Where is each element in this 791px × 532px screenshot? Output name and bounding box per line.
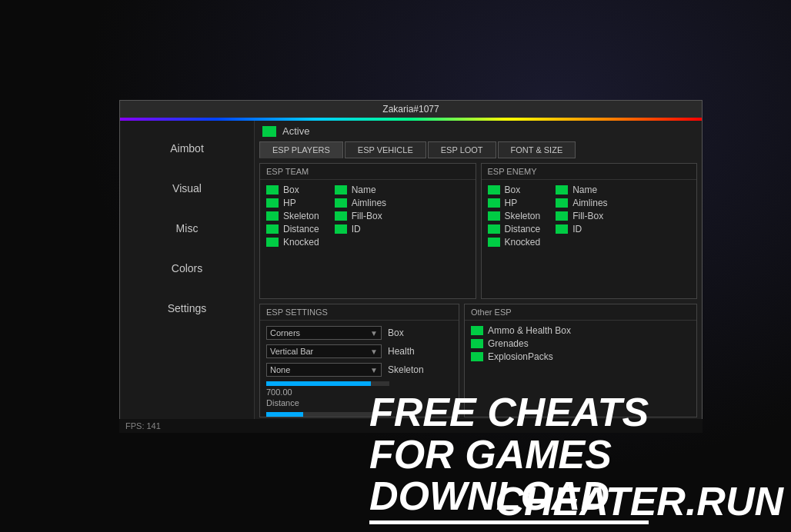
list-item: Fill-Box [335, 211, 386, 221]
skeleton-label: Skeleton [388, 364, 424, 375]
sidebar-item-settings[interactable]: Settings [120, 288, 254, 328]
top-panels: ESP TEAM Box HP [255, 163, 702, 299]
esp-team-right: Name Aimlines Fill-Box [335, 185, 386, 248]
enemy-checkbox-id[interactable] [556, 224, 568, 234]
sidebar-item-aimbot[interactable]: Aimbot [120, 128, 254, 168]
tab-font-size[interactable]: FONT & SIZE [498, 141, 576, 158]
list-item: Skeleton [488, 211, 541, 221]
ammo-checkbox[interactable] [471, 326, 483, 335]
other-esp-content: Ammo & Health Box Grenades ExplosionPack… [465, 321, 696, 367]
content-area: Active ESP PLAYERS ESP VEHICLE ESP LOOT … [255, 121, 702, 422]
tab-esp-players[interactable]: ESP PLAYERS [259, 141, 343, 158]
enemy-checkbox-distance[interactable] [488, 224, 500, 234]
none-dropdown[interactable]: None ▼ [266, 363, 382, 377]
explosion-checkbox[interactable] [471, 352, 483, 361]
sidebar-item-visual[interactable]: Visual [120, 168, 254, 208]
esp-enemy-panel: ESP ENEMY Box HP [481, 163, 698, 299]
corners-row: Corners ▼ Box [260, 324, 459, 342]
sidebar-item-colors[interactable]: Colors [120, 248, 254, 288]
enemy-checkbox-fillbox[interactable] [556, 211, 568, 221]
checkbox-fillbox[interactable] [335, 211, 347, 221]
filled-slider[interactable] [266, 412, 389, 417]
tab-esp-vehicle[interactable]: ESP VEHICLE [345, 141, 426, 158]
checkbox-id[interactable] [335, 224, 347, 234]
list-item: Knocked [488, 237, 541, 248]
vertical-bar-value: Vertical Bar [270, 347, 313, 356]
esp-team-content: Box HP Skeleton [260, 180, 476, 252]
other-esp-panel: Other ESP Ammo & Health Box Grenades [464, 304, 697, 417]
grenades-checkbox[interactable] [471, 339, 483, 348]
enemy-checkbox-box[interactable] [488, 185, 500, 195]
esp-enemy-cols: Box HP Skeleton [488, 185, 691, 248]
list-item: ExplosionPacks [471, 351, 690, 362]
window-title: Zakaria#1077 [382, 104, 439, 115]
enemy-checkbox-aimlines[interactable] [556, 198, 568, 208]
other-esp-title: Other ESP [465, 304, 696, 321]
checkbox-name[interactable] [335, 185, 347, 195]
corners-value: Corners [270, 328, 300, 337]
list-item: Aimlines [335, 198, 386, 208]
enemy-checkbox-name[interactable] [556, 185, 568, 195]
esp-enemy-title: ESP ENEMY [482, 164, 697, 180]
esp-team-title: ESP TEAM [260, 164, 476, 180]
list-item: Ammo & Health Box [471, 325, 690, 336]
list-item: Aimlines [556, 198, 607, 208]
list-item: Distance [488, 224, 541, 234]
sidebar-item-misc[interactable]: Misc [120, 208, 254, 248]
corners-dropdown[interactable]: Corners ▼ [266, 326, 382, 340]
checkbox-box[interactable] [266, 185, 279, 195]
bottom-panels: ESP SETTINGS Corners ▼ Box Vertical Bar [255, 299, 702, 422]
list-item: HP [488, 198, 541, 208]
distance-label: Distance [266, 398, 452, 407]
list-item: Box [266, 185, 319, 195]
checkbox-knocked[interactable] [266, 238, 279, 247]
sidebar: Aimbot Visual Misc Colors Settings [120, 121, 255, 422]
main-window: Zakaria#1077 Aimbot Visual Misc Colors S… [119, 100, 703, 423]
esp-team-cols: Box HP Skeleton [266, 185, 469, 248]
list-item: HP [266, 198, 319, 208]
title-bar: Zakaria#1077 [120, 101, 702, 118]
vertical-bar-dropdown[interactable]: Vertical Bar ▼ [266, 344, 382, 358]
list-item: Name [556, 185, 607, 195]
distance-slider-row: 700.00 Distance [260, 379, 459, 410]
distance-slider[interactable] [266, 381, 389, 386]
checkbox-skeleton[interactable] [266, 211, 279, 221]
dropdown-arrow-1: ▼ [370, 329, 378, 337]
esp-enemy-content: Box HP Skeleton [482, 180, 697, 252]
enemy-checkbox-hp[interactable] [488, 198, 500, 208]
list-item: ID [335, 224, 386, 234]
active-checkbox[interactable] [262, 126, 276, 137]
list-item: Box [488, 185, 541, 195]
distance-fill [266, 381, 371, 386]
checkbox-distance[interactable] [266, 224, 279, 234]
enemy-checkbox-knocked[interactable] [488, 238, 500, 247]
dropdown-arrow-2: ▼ [370, 347, 378, 356]
esp-team-left: Box HP Skeleton [266, 185, 319, 248]
esp-settings-title: ESP SETTINGS [260, 304, 459, 321]
list-item: Name [335, 185, 386, 195]
esp-enemy-right: Name Aimlines Fill-Box [556, 185, 607, 248]
list-item: ID [556, 224, 607, 234]
list-item: Distance [266, 224, 319, 234]
active-row: Active [255, 121, 702, 141]
checkbox-aimlines[interactable] [335, 198, 347, 208]
list-item: Knocked [266, 237, 319, 248]
esp-settings-content: Corners ▼ Box Vertical Bar ▼ Health [260, 321, 459, 422]
none-row: None ▼ Skeleton [260, 361, 459, 379]
enemy-checkbox-skeleton[interactable] [488, 211, 500, 221]
checkbox-hp[interactable] [266, 198, 279, 208]
tabs-row: ESP PLAYERS ESP VEHICLE ESP LOOT FONT & … [255, 141, 702, 163]
list-item: Fill-Box [556, 211, 607, 221]
vertical-bar-row: Vertical Bar ▼ Health [260, 342, 459, 361]
health-label: Health [388, 346, 415, 357]
esp-settings-panel: ESP SETTINGS Corners ▼ Box Vertical Bar [259, 304, 459, 417]
distance-value: 700.00 [266, 387, 452, 397]
list-item: Grenades [471, 338, 690, 349]
window-body: Aimbot Visual Misc Colors Settings Activ… [120, 121, 702, 422]
active-label: Active [282, 125, 309, 137]
filled-fill [266, 412, 303, 417]
list-item: Skeleton [266, 211, 319, 221]
tab-esp-loot[interactable]: ESP LOOT [428, 141, 496, 158]
esp-team-panel: ESP TEAM Box HP [259, 163, 476, 299]
esp-enemy-left: Box HP Skeleton [488, 185, 541, 248]
